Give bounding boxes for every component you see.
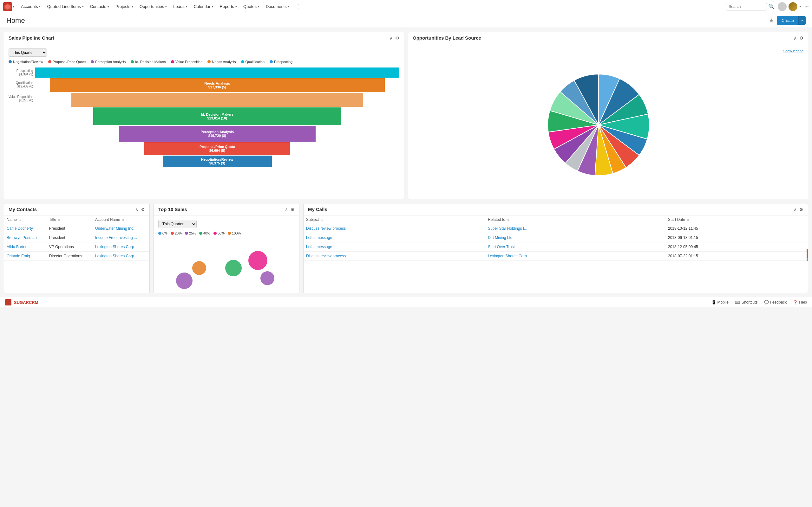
create-button[interactable]: Create: [777, 16, 798, 25]
opportunities-panel: Opportunities By Lead Source ∧ ⚙ Show le…: [408, 32, 808, 199]
sort-related-arrow: ⇅: [507, 218, 509, 222]
sales-bubble: [260, 271, 274, 285]
nav-more[interactable]: ⋮: [293, 3, 304, 10]
nav-quoted-line-items[interactable]: Quoted Line Items ▾: [44, 0, 87, 13]
sales-pipeline-panel: Sales Pipeline Chart ∧ ⚙ This Quarter Ne…: [4, 32, 404, 199]
contacts-col-name[interactable]: Name ⇅: [4, 216, 47, 224]
contact-name[interactable]: Carlie Docherty: [4, 224, 47, 233]
contact-name[interactable]: Alida Bartee: [4, 242, 47, 251]
opps-settings-button[interactable]: ⚙: [799, 36, 803, 41]
sales-settings-button[interactable]: ⚙: [291, 207, 295, 212]
contact-name[interactable]: Orlando Emig: [4, 251, 47, 261]
search-input[interactable]: [726, 3, 767, 10]
funnel-bar-decision: Id. Decision Makers$23,014 (10): [93, 107, 341, 125]
calls-header: My Calls ∧ ⚙: [304, 204, 808, 216]
call-subject[interactable]: Left a message: [304, 242, 485, 251]
sales-bubble: [248, 251, 267, 270]
mobile-icon: 📱: [711, 300, 716, 304]
label-spacer3: [9, 139, 33, 152]
call-date: 2018-07-22 01:15: [665, 251, 808, 261]
logo-arrow[interactable]: ▾: [13, 4, 14, 9]
pipeline-quarter-select[interactable]: This Quarter: [9, 49, 47, 57]
sales-legend-item: 0%: [158, 231, 167, 235]
call-subject[interactable]: Discuss review process: [304, 224, 485, 233]
contact-name[interactable]: Bronwyn Penman: [4, 233, 47, 242]
feedback-icon: 💬: [764, 300, 769, 304]
favorite-button[interactable]: ★: [769, 17, 774, 24]
funnel-bars: Needs Analysis$17,336 (5) Id. Decision M…: [35, 67, 399, 168]
calls-controls: ∧ ⚙: [794, 207, 803, 212]
contacts-table-header: Name ⇅ Title ⇅ Account Name ⇅: [4, 216, 149, 224]
contacts-settings-button[interactable]: ⚙: [141, 207, 145, 212]
search-button[interactable]: 🔍: [768, 3, 774, 9]
calls-col-subject[interactable]: Subject ⇅: [304, 216, 485, 224]
call-related[interactable]: Dirt Mining Ltd: [485, 233, 665, 242]
contact-account[interactable]: Underwater Mining Inc.: [93, 224, 149, 233]
nav-accounts[interactable]: Accounts ▾: [18, 0, 44, 13]
contact-title: President: [47, 233, 93, 242]
table-row: Discuss review process Super Star Holdin…: [304, 224, 808, 233]
nav-calendar[interactable]: Calendar ▾: [191, 0, 217, 13]
call-subject[interactable]: Discuss review process: [304, 251, 485, 261]
opps-collapse-button[interactable]: ∧: [794, 36, 797, 41]
legend-item: Value Proposition: [171, 60, 202, 64]
nav-contacts[interactable]: Contacts ▾: [87, 0, 112, 13]
user-avatar[interactable]: [789, 2, 798, 11]
contacts-collapse-button[interactable]: ∧: [135, 207, 138, 212]
calls-col-date[interactable]: Start Date ⇅: [665, 216, 808, 224]
contacts-col-title[interactable]: Title ⇅: [47, 216, 93, 224]
opps-controls: ∧ ⚙: [794, 36, 803, 41]
nav-reports[interactable]: Reports ▾: [217, 0, 241, 13]
call-related[interactable]: Lexington Shores Corp: [485, 251, 665, 261]
show-legend-button[interactable]: Show legend: [783, 49, 803, 53]
create-dropdown-button[interactable]: ▾: [798, 16, 806, 25]
feedback-button[interactable]: 💬 Feedback: [764, 300, 787, 304]
search-area: 🔍: [726, 3, 774, 10]
nav-leads[interactable]: Leads ▾: [170, 0, 190, 13]
sales-quarter-select[interactable]: This Quarter: [158, 220, 197, 228]
sort-name-arrow: ⇅: [18, 218, 21, 222]
quoted-arrow: ▾: [82, 5, 84, 8]
add-button[interactable]: +: [805, 3, 809, 10]
app-logo[interactable]: ▾: [3, 2, 14, 11]
contact-account[interactable]: Income Free Investing ...: [93, 233, 149, 242]
shortcuts-button[interactable]: ⌨ Shortcuts: [735, 300, 758, 304]
contacts-panel: My Contacts ∧ ⚙ Name ⇅ Title ⇅ Account N…: [4, 203, 150, 293]
nav-projects[interactable]: Projects ▾: [112, 0, 136, 13]
pipeline-settings-button[interactable]: ⚙: [395, 36, 399, 41]
sort-title-arrow: ⇅: [58, 218, 60, 222]
status-bar: SUGARCRM 📱 Mobile ⌨ Shortcuts 💬 Feedback…: [0, 297, 812, 307]
calls-collapse-button[interactable]: ∧: [794, 207, 797, 212]
bottom-row: My Contacts ∧ ⚙ Name ⇅ Title ⇅ Account N…: [4, 203, 808, 293]
call-related[interactable]: Super Star Holdings I...: [485, 224, 665, 233]
user-arrow[interactable]: ▾: [799, 4, 801, 9]
calendar-arrow: ▾: [212, 5, 213, 8]
call-subject[interactable]: Left a message: [304, 233, 485, 242]
nav-documents[interactable]: Documents ▾: [263, 0, 293, 13]
pipeline-collapse-button[interactable]: ∧: [390, 36, 393, 41]
funnel-bar-needs: Needs Analysis$17,336 (5): [50, 78, 385, 92]
svg-rect-3: [5, 299, 11, 305]
pie-chart-area: [413, 55, 803, 194]
contacts-col-account[interactable]: Account Name ⇅: [93, 216, 149, 224]
mobile-button[interactable]: 📱 Mobile: [711, 300, 728, 304]
help-button[interactable]: ❓ Help: [793, 300, 807, 304]
page-header: Home ★ Create ▾: [0, 13, 812, 28]
contact-account[interactable]: Lexington Shores Corp: [93, 251, 149, 261]
funnel-bar-negotiation: Negotiation/Review$6,375 (3): [163, 156, 272, 167]
contacts-table: Name ⇅ Title ⇅ Account Name ⇅ Carlie Doc…: [4, 216, 149, 261]
nav-opportunities[interactable]: Opportunities ▾: [136, 0, 170, 13]
sales-collapse-button[interactable]: ∧: [285, 207, 288, 212]
sort-date-arrow: ⇅: [687, 218, 689, 222]
funnel-bar-prospecting: [35, 67, 399, 78]
nav-quotes[interactable]: Quotes ▾: [240, 0, 263, 13]
sales-body: This Quarter 0%20%25%40%50%100%: [154, 216, 299, 293]
calls-settings-button[interactable]: ⚙: [799, 207, 803, 212]
call-date: 2018-06-18 01:15: [665, 233, 808, 242]
call-related[interactable]: Start Over Trust: [485, 242, 665, 251]
pipeline-header: Sales Pipeline Chart ∧ ⚙: [4, 32, 404, 44]
table-row: Left a message Dirt Mining Ltd 2018-06-1…: [304, 233, 808, 242]
sort-account-arrow: ⇅: [122, 218, 124, 222]
calls-col-related[interactable]: Related to ⇅: [485, 216, 665, 224]
contact-account[interactable]: Lexington Shores Corp: [93, 242, 149, 251]
